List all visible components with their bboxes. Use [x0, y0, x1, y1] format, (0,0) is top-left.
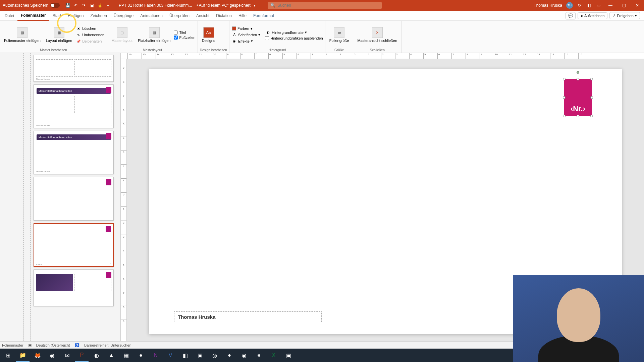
tab-datei[interactable]: Datei: [1, 11, 17, 21]
pending-sync-icon[interactable]: ⟳: [577, 3, 582, 8]
tab-animationen[interactable]: Animationen: [137, 11, 166, 21]
rotate-handle[interactable]: [577, 71, 579, 74]
user-avatar[interactable]: TH: [566, 2, 573, 9]
autosave-label: Automatisches Speichern: [3, 3, 48, 8]
status-mode[interactable]: Folienmaster: [2, 343, 23, 347]
onenote-icon[interactable]: N: [149, 349, 162, 362]
status-accessibility[interactable]: Barrierefreiheit: Untersuchen: [84, 343, 131, 347]
app-icon-1[interactable]: ◐: [90, 349, 103, 362]
resize-handle-e[interactable]: [590, 96, 593, 99]
foliengroesse-button[interactable]: ▭ Foliengröße: [327, 26, 351, 43]
excel-icon[interactable]: X: [267, 349, 280, 362]
autosave-toggle[interactable]: [50, 3, 60, 8]
resize-handle-sw[interactable]: [563, 115, 566, 117]
close-button[interactable]: ✕: [631, 0, 644, 11]
thumb-layout-4[interactable]: ▫: [34, 177, 114, 221]
start-menu-icon[interactable]: ⊞: [1, 349, 15, 362]
accessibility-icon: ♿: [75, 343, 79, 347]
thumbnail-panel[interactable]: Thomas Hruska▫ Mastertitelformat bearbei…: [0, 53, 121, 341]
firefox-icon[interactable]: 🦊: [31, 349, 44, 362]
tab-start[interactable]: Start: [49, 11, 64, 21]
tab-ueberpruefen[interactable]: Überprüfen: [166, 11, 193, 21]
thumb-title: Mastertitelformat bearbeiten: [37, 134, 111, 140]
maximize-button[interactable]: ▢: [617, 0, 631, 11]
tab-ansicht[interactable]: Ansicht: [193, 11, 213, 21]
resize-handle-ne[interactable]: [590, 78, 593, 80]
app-icon-6[interactable]: ●: [223, 349, 236, 362]
slide-number-badge: [106, 226, 111, 232]
ruler-horizontal: 1615141312111098765432101234567891011121…: [121, 53, 644, 59]
footer-placeholder[interactable]: Thomas Hruska: [174, 311, 322, 322]
schriftarten-button[interactable]: ASchriftarten ▾: [231, 32, 261, 38]
folienmaster-einfuegen-button[interactable]: ▤ Folienmaster einfügen: [2, 26, 43, 43]
app-icon-3[interactable]: ●: [134, 349, 148, 362]
ribbon-content: ▤ Folienmaster einfügen ▦ Layout einfüge…: [0, 21, 644, 53]
resize-handle-w[interactable]: [563, 96, 566, 99]
minimize-button[interactable]: —: [604, 0, 617, 11]
visio-icon[interactable]: V: [164, 349, 177, 362]
undo-icon[interactable]: ↶: [73, 3, 78, 8]
masteransicht-schliessen-button[interactable]: ✕ Masteransicht schließen: [355, 26, 399, 43]
obs-icon[interactable]: ◎: [208, 349, 221, 362]
save-icon[interactable]: 💾: [65, 3, 70, 8]
selected-shape-slide-number[interactable]: ‹Nr.›: [564, 79, 592, 116]
resize-handle-nw[interactable]: [563, 78, 566, 80]
masterlayout-button: ▢ Masterlayout: [109, 26, 135, 43]
loeschen-button[interactable]: ✖Löschen: [75, 26, 105, 31]
file-explorer-icon[interactable]: 📁: [16, 349, 30, 362]
hintergrundgrafiken-checkbox[interactable]: Hintergrundgrafiken ausblenden: [265, 36, 323, 40]
tab-folienmaster[interactable]: Folienmaster: [17, 11, 49, 21]
app-icon-4[interactable]: ◧: [178, 349, 192, 362]
outlook-icon[interactable]: ✉: [60, 349, 74, 362]
app-icon-8[interactable]: ▣: [282, 349, 295, 362]
comments-button[interactable]: 💬: [566, 12, 576, 19]
chrome-icon[interactable]: ◉: [46, 349, 59, 362]
app-icon-2[interactable]: ▦: [119, 349, 133, 362]
umbenennen-button[interactable]: ✎Umbenennen: [75, 32, 105, 38]
thumb-layout-3[interactable]: Mastertitelformat bearbeiten Thomas Hrus…: [34, 131, 114, 174]
freigeben-button[interactable]: ↗ Freigeben ▾: [609, 12, 640, 19]
qat-more-icon[interactable]: ▾: [105, 3, 111, 8]
thumb-layout-5-selected[interactable]: ▫: [34, 223, 114, 267]
group-label: Master bearbeiten: [2, 48, 105, 52]
tab-zeichnen[interactable]: Zeichnen: [87, 11, 110, 21]
thumb-layout-1[interactable]: Thomas Hruska▫: [34, 55, 114, 82]
app-icon-5[interactable]: ▣: [193, 349, 207, 362]
aufzeichnen-button[interactable]: ● Aufzeichnen: [578, 12, 607, 19]
farben-button[interactable]: Farben ▾: [231, 26, 261, 31]
tab-einfuegen[interactable]: Einfügen: [64, 11, 87, 21]
tab-hilfe[interactable]: Hilfe: [235, 11, 250, 21]
thumb-layout-2[interactable]: Mastertitelformat bearbeiten Thomas Hrus…: [34, 84, 114, 128]
hintergrundformate-button[interactable]: ◐Hintergrundformate ▾: [265, 30, 323, 35]
search-box[interactable]: 🔍: [268, 2, 382, 9]
tab-dictation[interactable]: Dictation: [213, 11, 235, 21]
ribbon-display-icon[interactable]: ▭: [596, 3, 601, 8]
masterlayout-icon: ▢: [117, 27, 127, 38]
fusszeilen-checkbox[interactable]: Fußzeilen: [174, 36, 195, 40]
chevron-down-icon[interactable]: ▾: [254, 3, 256, 8]
user-name[interactable]: Thomas Hruska: [534, 3, 562, 8]
presentation-icon[interactable]: ▣: [89, 3, 95, 8]
resize-handle-se[interactable]: [590, 115, 593, 117]
search-input[interactable]: [277, 3, 379, 8]
status-language[interactable]: Deutsch (Österreich): [36, 343, 70, 347]
layout-einfuegen-button[interactable]: ▦ Layout einfügen: [44, 26, 74, 43]
redo-icon[interactable]: ↷: [81, 3, 87, 8]
resize-handle-n[interactable]: [577, 78, 579, 80]
tab-uebergaenge[interactable]: Übergänge: [110, 11, 137, 21]
app-mode-icon[interactable]: ◧: [586, 3, 592, 8]
titel-checkbox[interactable]: Titel: [174, 31, 195, 35]
designs-button[interactable]: Aa Designs: [200, 26, 217, 43]
footer-text: Thomas Hruska: [178, 314, 216, 320]
vlc-icon[interactable]: ▲: [105, 349, 118, 362]
edge-icon[interactable]: e: [252, 349, 266, 362]
powerpoint-icon[interactable]: P: [75, 349, 89, 362]
platzhalter-einfuegen-button[interactable]: ▤ Platzhalter einfügen: [136, 26, 172, 43]
resize-handle-s[interactable]: [577, 115, 579, 117]
app-icon-7[interactable]: ◉: [237, 349, 251, 362]
group-label: Schließen: [355, 48, 399, 52]
touch-mode-icon[interactable]: ☝: [97, 3, 103, 8]
effekte-button[interactable]: ◉Effekte ▾: [231, 39, 261, 44]
tab-formformat[interactable]: Formformat: [250, 11, 277, 21]
thumb-layout-6[interactable]: [34, 269, 114, 306]
